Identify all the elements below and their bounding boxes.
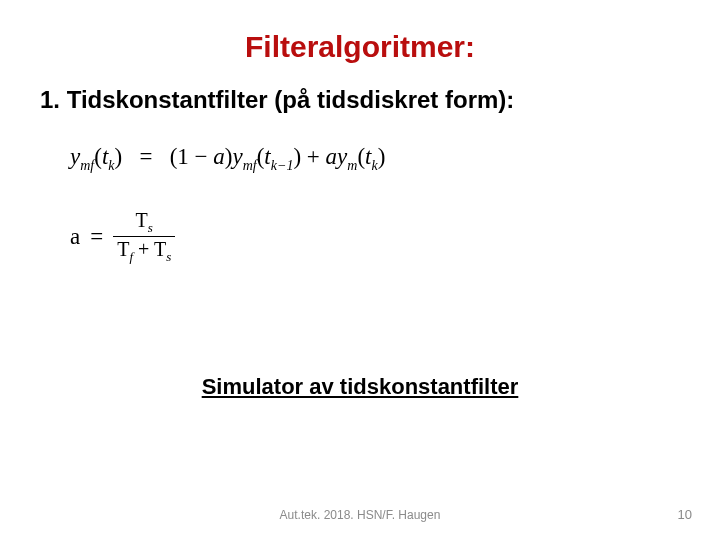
section-heading: 1. Tidskonstantfilter (på tidsdiskret fo… <box>40 86 680 114</box>
sym-Ts: T <box>154 238 166 260</box>
footer-text: Aut.tek. 2018. HSN/F. Haugen <box>0 508 720 522</box>
sym-sub-m: m <box>347 158 357 173</box>
simulator-link[interactable]: Simulator av tidskonstantfilter <box>40 374 680 400</box>
fraction-denominator: Tf + Ts <box>113 239 175 264</box>
formula-block: ymf(tk) = (1 − a)ymf(tk−1) + aym(tk) a =… <box>70 144 680 264</box>
sym-sub-k2: k <box>371 158 377 173</box>
sym-y3: y <box>337 144 347 169</box>
sym-sub-s: s <box>166 249 171 264</box>
fraction: Ts Tf + Ts <box>113 210 175 264</box>
slide: Filteralgoritmer: 1. Tidskonstantfilter … <box>0 0 720 540</box>
page-title: Filteralgoritmer: <box>40 30 680 64</box>
sym-a: a <box>213 144 225 169</box>
sym-Ts-n: T <box>136 209 148 231</box>
sym-y: y <box>70 144 80 169</box>
sym-sub-s-n: s <box>148 220 153 235</box>
sym-sub-k: k <box>108 158 114 173</box>
sym-sub-mf2: mf <box>243 158 257 173</box>
sym-Tf: T <box>117 238 129 260</box>
sym-sub-k1: k−1 <box>271 158 294 173</box>
sym-a2: a <box>326 144 338 169</box>
fraction-numerator: Ts <box>132 210 157 235</box>
formula-coefficient: a = Ts Tf + Ts <box>70 210 680 264</box>
sym-plus2: + <box>133 238 154 260</box>
sym-open: (1 − <box>170 144 214 169</box>
sym-a3: a <box>70 224 80 250</box>
sym-sub-mf: mf <box>80 158 94 173</box>
sym-eq2: = <box>90 224 103 250</box>
sym-y2: y <box>232 144 242 169</box>
fraction-bar <box>113 236 175 237</box>
formula-recursive: ymf(tk) = (1 − a)ymf(tk−1) + aym(tk) <box>70 144 680 174</box>
sym-plus: + <box>301 144 325 169</box>
sym-eq: = <box>139 144 152 169</box>
page-number: 10 <box>678 507 692 522</box>
